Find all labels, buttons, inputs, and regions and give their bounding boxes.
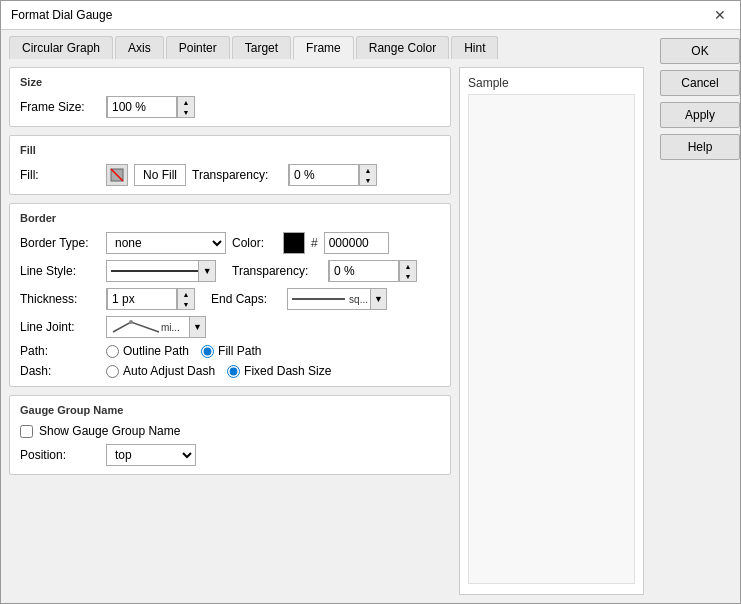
frame-size-spinner-btns: ▲ ▼ [177,97,194,117]
border-type-select[interactable]: none solid dashed dotted [106,232,226,254]
ok-button[interactable]: OK [660,38,740,64]
dash-auto-label: Auto Adjust Dash [123,364,215,378]
border-type-row: Border Type: none solid dashed dotted Co… [20,232,440,254]
frame-size-down[interactable]: ▼ [178,107,194,117]
path-row: Path: Outline Path Fill Path [20,344,440,358]
thickness-spinner[interactable]: ▲ ▼ [106,288,195,310]
fill-label: Fill: [20,168,100,182]
frame-size-spinner[interactable]: ▲ ▼ [106,96,195,118]
tab-bar: Circular Graph Axis Pointer Target Frame… [1,30,652,59]
path-label: Path: [20,344,100,358]
show-gauge-checkbox[interactable] [20,425,33,438]
size-section-title: Size [20,76,440,88]
thickness-label: Thickness: [20,292,100,306]
action-buttons: OK Cancel Apply Help [652,30,740,603]
path-outline-radio[interactable] [106,345,119,358]
position-select[interactable]: top bottom left right [106,444,196,466]
fill-icon[interactable] [106,164,128,186]
fill-row: Fill: No Fill Transparency: ▲ ▼ [20,164,440,186]
line-style-label: Line Style: [20,264,100,278]
position-row: Position: top bottom left right [20,444,440,466]
fill-section: Fill Fill: No Fill Transparency: [9,135,451,195]
dialog-body: Circular Graph Axis Pointer Target Frame… [1,30,740,603]
frame-size-up[interactable]: ▲ [178,97,194,107]
line-joint-preview: mi... [107,320,189,334]
fill-transparency-spinner[interactable]: ▲ ▼ [288,164,377,186]
line-style-select[interactable]: ▼ [106,260,216,282]
end-caps-dropdown[interactable]: ▼ [370,289,386,309]
dash-radio-group: Auto Adjust Dash Fixed Dash Size [106,364,331,378]
close-button[interactable]: ✕ [710,7,730,23]
main-area: Circular Graph Axis Pointer Target Frame… [1,30,652,603]
frame-size-row: Frame Size: ▲ ▼ [20,96,440,118]
path-fill-option[interactable]: Fill Path [201,344,261,358]
dash-fixed-option[interactable]: Fixed Dash Size [227,364,331,378]
sample-title: Sample [468,76,635,90]
thickness-up[interactable]: ▲ [178,289,194,299]
tab-target[interactable]: Target [232,36,291,59]
help-button[interactable]: Help [660,134,740,160]
sample-area [468,94,635,584]
show-gauge-option[interactable]: Show Gauge Group Name [20,424,180,438]
dash-auto-option[interactable]: Auto Adjust Dash [106,364,215,378]
color-hex-input[interactable] [324,232,389,254]
show-gauge-label: Show Gauge Group Name [39,424,180,438]
gauge-group-title: Gauge Group Name [20,404,440,416]
dash-fixed-radio[interactable] [227,365,240,378]
thickness-row: Thickness: ▲ ▼ End Caps: [20,288,440,310]
line-style-dropdown[interactable]: ▼ [198,261,215,281]
fill-transparency-up[interactable]: ▲ [360,165,376,175]
path-fill-radio[interactable] [201,345,214,358]
apply-button[interactable]: Apply [660,102,740,128]
tab-hint[interactable]: Hint [451,36,498,59]
thickness-down[interactable]: ▼ [178,299,194,309]
tab-frame[interactable]: Frame [293,36,354,60]
path-radio-group: Outline Path Fill Path [106,344,261,358]
no-fill-button[interactable]: No Fill [134,164,186,186]
dash-auto-radio[interactable] [106,365,119,378]
line-joint-value: mi... [161,322,180,333]
line-joint-dropdown[interactable]: ▼ [189,317,205,337]
tab-content: Size Frame Size: ▲ ▼ [1,59,652,603]
fill-transparency-input[interactable] [289,164,359,186]
frame-size-label: Frame Size: [20,100,100,114]
path-outline-option[interactable]: Outline Path [106,344,189,358]
left-panel: Size Frame Size: ▲ ▼ [9,67,451,595]
color-label: Color: [232,236,277,250]
end-caps-value: sq... [349,294,370,305]
end-caps-select[interactable]: sq... ▼ [287,288,387,310]
color-swatch[interactable] [283,232,305,254]
thickness-spinner-btns: ▲ ▼ [177,289,194,309]
frame-size-input[interactable] [107,96,177,118]
right-panel: Sample [459,67,644,595]
border-transparency-input[interactable] [329,260,399,282]
thickness-input[interactable] [107,288,177,310]
dash-fixed-label: Fixed Dash Size [244,364,331,378]
svg-point-2 [129,320,133,324]
tab-range-color[interactable]: Range Color [356,36,449,59]
end-caps-label: End Caps: [211,292,281,306]
border-transparency-up[interactable]: ▲ [400,261,416,271]
dialog-title: Format Dial Gauge [11,8,112,22]
tab-pointer[interactable]: Pointer [166,36,230,59]
border-transparency-down[interactable]: ▼ [400,271,416,281]
border-section-title: Border [20,212,440,224]
path-outline-label: Outline Path [123,344,189,358]
cancel-button[interactable]: Cancel [660,70,740,96]
end-caps-preview [292,298,345,300]
sample-box: Sample [459,67,644,595]
title-bar: Format Dial Gauge ✕ [1,1,740,30]
border-transparency-spinner[interactable]: ▲ ▼ [328,260,417,282]
tab-circular-graph[interactable]: Circular Graph [9,36,113,59]
line-joint-select[interactable]: mi... ▼ [106,316,206,338]
position-label: Position: [20,448,100,462]
line-style-row: Line Style: ▼ Transparency: [20,260,440,282]
dialog-window: Format Dial Gauge ✕ Circular Graph Axis … [0,0,741,604]
size-section: Size Frame Size: ▲ ▼ [9,67,451,127]
hash-symbol: # [311,236,318,250]
show-gauge-row: Show Gauge Group Name [20,424,440,438]
fill-transparency-down[interactable]: ▼ [360,175,376,185]
fill-transparency-spinner-btns: ▲ ▼ [359,165,376,185]
dash-label: Dash: [20,364,100,378]
tab-axis[interactable]: Axis [115,36,164,59]
